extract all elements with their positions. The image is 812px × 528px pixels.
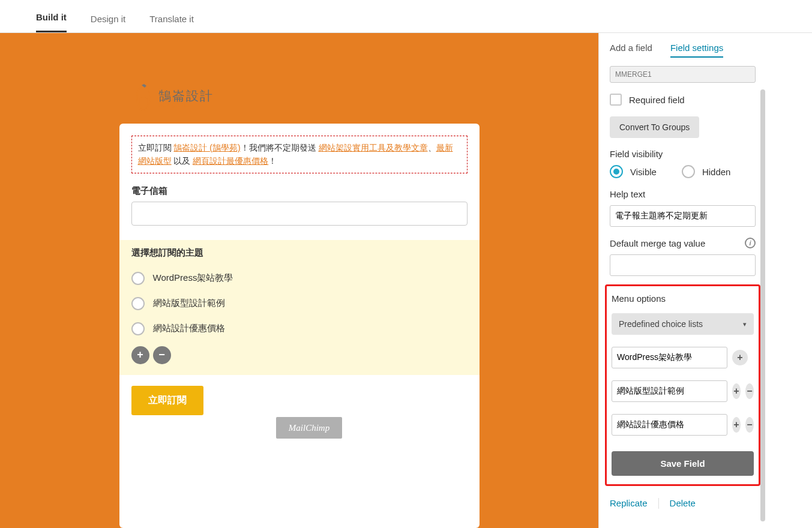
logo-text-zh: 鵠崙設計: [158, 89, 214, 102]
radio-icon[interactable]: [131, 322, 145, 335]
option-add-button[interactable]: +: [732, 350, 748, 365]
topic-option-label: 網站版型設計範例: [153, 298, 225, 309]
topic-label: 選擇想訂閱的主題: [131, 247, 468, 259]
tab-add-field[interactable]: Add a field: [610, 43, 652, 58]
logo-text-en: design hu: [158, 102, 214, 108]
intro-link-price[interactable]: 網頁設計最優惠價格: [193, 156, 268, 166]
divider: [658, 498, 659, 509]
topic-option-3[interactable]: 網站設計優惠價格: [131, 316, 468, 341]
intro-link-tools[interactable]: 網站架設實用工具及教學文章: [319, 143, 428, 152]
form-card: 立即訂閱 鵠崙設計 (鵠學苑)！我們將不定期發送 網站架設實用工具及教學文章、最…: [119, 124, 480, 528]
visibility-hidden-label: Hidden: [702, 167, 731, 177]
menu-option-input[interactable]: [612, 380, 727, 402]
tab-build[interactable]: Build it: [36, 4, 67, 32]
option-add-button[interactable]: +: [732, 383, 741, 399]
option-remove-button[interactable]: −: [745, 383, 754, 399]
menu-option-row-2: + −: [612, 380, 754, 402]
menu-option-row-3: + −: [612, 414, 754, 436]
topic-option-label: 網站設計優惠價格: [153, 323, 225, 334]
merge-tag-display: MMERGE1: [610, 66, 756, 83]
tab-translate[interactable]: Translate it: [149, 5, 194, 32]
menu-option-row-1: +: [612, 347, 754, 368]
intro-text-box[interactable]: 立即訂閱 鵠崙設計 (鵠學苑)！我們將不定期發送 網站架設實用工具及教學文章、最…: [131, 136, 468, 173]
sidebar-scrollbar[interactable]: [760, 89, 765, 521]
sidebar-tabs: Add a field Field settings: [610, 43, 756, 58]
visibility-visible-radio[interactable]: [610, 165, 623, 178]
topic-option-1[interactable]: WordPress架站教學: [131, 266, 468, 291]
visibility-visible-label: Visible: [630, 167, 657, 177]
form-canvas: 鵠崙設計 design hu 立即訂閱 鵠崙設計 (鵠學苑)！我們將不定期發送 …: [0, 33, 598, 528]
required-checkbox[interactable]: [610, 94, 622, 106]
email-input[interactable]: [131, 202, 468, 226]
dropdown-label: Predefined choice lists: [619, 319, 703, 329]
help-text-input[interactable]: [610, 205, 756, 227]
option-remove-button[interactable]: −: [745, 417, 754, 433]
email-label: 電子信箱: [131, 185, 468, 197]
intro-text: 立即訂閱: [138, 143, 174, 152]
default-merge-label: Default merge tag value: [610, 238, 705, 248]
option-add-button[interactable]: +: [732, 417, 741, 433]
tab-design[interactable]: Design it: [91, 5, 125, 32]
delete-link[interactable]: Delete: [670, 498, 696, 509]
intro-link-brand[interactable]: 鵠崙設計 (鵠學苑): [173, 143, 240, 152]
topic-option-2[interactable]: 網站版型設計範例: [131, 291, 468, 316]
submit-button[interactable]: 立即訂閱: [131, 386, 203, 415]
radio-icon[interactable]: [131, 297, 145, 310]
logo-icon: [133, 84, 154, 113]
info-icon[interactable]: i: [745, 238, 756, 248]
menu-option-input[interactable]: [612, 347, 727, 368]
top-tabs: Build it Design it Translate it: [0, 0, 812, 33]
visibility-label: Field visibility: [610, 149, 756, 159]
default-merge-input[interactable]: [610, 254, 756, 276]
menu-options-panel: Menu options Predefined choice lists ▾ +…: [605, 284, 760, 486]
mailchimp-badge[interactable]: MailChimp: [276, 417, 342, 439]
radio-icon[interactable]: [131, 272, 145, 285]
save-field-button[interactable]: Save Field: [612, 451, 754, 476]
help-text-label: Help text: [610, 189, 756, 199]
convert-to-groups-button[interactable]: Convert To Groups: [610, 116, 699, 138]
required-label: Required field: [629, 95, 685, 105]
menu-options-label: Menu options: [612, 293, 754, 304]
replicate-link[interactable]: Replicate: [610, 498, 648, 509]
topic-option-label: WordPress架站教學: [153, 272, 233, 284]
predefined-lists-dropdown[interactable]: Predefined choice lists ▾: [612, 313, 754, 335]
visibility-hidden-radio[interactable]: [682, 165, 695, 178]
brand-logo: 鵠崙設計 design hu: [133, 84, 214, 113]
tab-field-settings[interactable]: Field settings: [670, 43, 723, 58]
topic-field-block[interactable]: 選擇想訂閱的主題 WordPress架站教學 網站版型設計範例 網站設計優惠價格: [119, 240, 480, 375]
add-field-button[interactable]: +: [131, 346, 149, 364]
field-action-links: Replicate Delete: [610, 486, 756, 509]
remove-field-button[interactable]: −: [153, 346, 171, 364]
chevron-down-icon: ▾: [743, 320, 747, 328]
field-settings-sidebar: Add a field Field settings MMERGE1 Requi…: [598, 33, 766, 528]
menu-option-input[interactable]: [612, 414, 727, 436]
